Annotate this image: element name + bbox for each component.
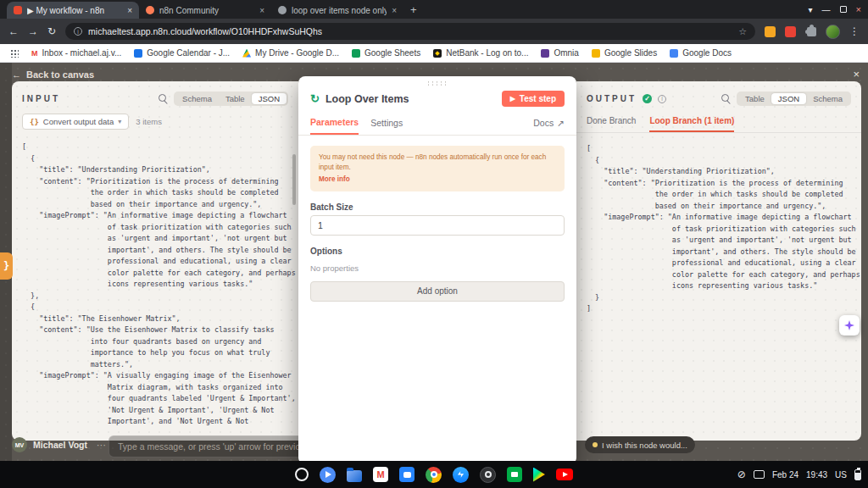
tab-title: n8n Community: [159, 6, 254, 15]
tab-parameters[interactable]: Parameters: [310, 117, 359, 135]
do-not-disturb-icon: ⊘: [737, 469, 746, 480]
json-drawer-handle[interactable]: }: [0, 252, 13, 280]
add-option-button[interactable]: Add option: [310, 281, 565, 302]
extension-icon-red[interactable]: [785, 26, 796, 37]
search-icon[interactable]: [721, 94, 731, 103]
output-view-switcher: Table JSON Schema: [737, 92, 851, 106]
n8n-workspace: ← Back to canvas × 102/1000 Executions U…: [0, 63, 868, 461]
bookmarks-bar: MInbox - michael.aj.v... Google Calendar…: [0, 44, 868, 63]
bookmark-omnia[interactable]: Omnia: [541, 48, 578, 58]
tab-schema[interactable]: Schema: [806, 93, 849, 104]
sheets-icon: [352, 49, 360, 58]
tab-json[interactable]: JSON: [771, 93, 806, 104]
user-more-icon[interactable]: ⋯: [97, 440, 106, 451]
input-panel: INPUT Schema Table JSON {} Convert outpu…: [12, 81, 298, 441]
extensions-puzzle-icon[interactable]: [807, 27, 816, 36]
maximize-icon[interactable]: [840, 6, 847, 13]
input-panel-subheader: {} Convert output data ▾ 3 items: [12, 111, 298, 130]
bookmark-calendar[interactable]: Google Calendar - J...: [134, 48, 230, 58]
bookmark-label: Google Slides: [604, 48, 657, 58]
ndv-close-icon[interactable]: ×: [853, 68, 860, 80]
meet-icon[interactable]: [507, 467, 522, 482]
bookmark-sheets[interactable]: Google Sheets: [352, 48, 420, 58]
input-scrollbar[interactable]: [292, 154, 296, 205]
play-store-icon[interactable]: [533, 468, 545, 482]
tab-json[interactable]: JSON: [252, 93, 287, 104]
docs-link[interactable]: Docs ↗: [533, 118, 565, 134]
gmail-icon[interactable]: M: [373, 467, 388, 482]
apps-grid-icon[interactable]: [10, 49, 19, 58]
bookmark-slides[interactable]: Google Slides: [592, 48, 657, 58]
camera-icon[interactable]: [480, 467, 496, 483]
back-arrow-icon: ←: [12, 69, 21, 80]
sparkle-icon: [844, 320, 854, 330]
tab-loop-branch[interactable]: Loop Branch (1 item): [649, 116, 734, 132]
youtube-icon[interactable]: [556, 469, 573, 480]
back-icon[interactable]: ←: [8, 25, 19, 37]
window-close-icon[interactable]: ×: [856, 4, 861, 14]
node-title: Loop Over Items: [326, 93, 496, 105]
address-bar[interactable]: i michaeltest.app.n8n.cloud/workflow/O10…: [65, 23, 755, 40]
status-tray[interactable]: ⊘ Feb 24 19:43 US: [737, 461, 861, 488]
tab-close-icon[interactable]: ×: [127, 6, 132, 15]
modal-tabs: Parameters Settings Docs ↗: [298, 114, 576, 136]
netbank-icon: [433, 49, 442, 58]
lightbulb-icon: [593, 442, 598, 447]
tab-table[interactable]: Table: [219, 93, 252, 104]
input-panel-header: INPUT Schema Table JSON: [12, 81, 298, 111]
screen: ▶ My workflow - n8n × n8n Community × lo…: [0, 0, 868, 488]
launcher-icon[interactable]: [295, 468, 309, 481]
bookmark-netbank[interactable]: NetBank - Log on to...: [433, 48, 528, 58]
bookmark-drive[interactable]: My Drive - Google D...: [242, 48, 339, 58]
docs-icon: [670, 49, 678, 58]
battery-icon: [854, 469, 861, 480]
more-info-link[interactable]: More info: [319, 175, 556, 185]
tab-done-branch[interactable]: Done Branch: [587, 116, 636, 132]
browser-menu-icon[interactable]: ⋮: [849, 25, 860, 37]
calendar-icon: [134, 49, 142, 58]
tab-n8n-community[interactable]: n8n Community ×: [139, 2, 271, 19]
community-favicon: [146, 6, 154, 14]
back-to-canvas-link[interactable]: ← Back to canvas: [12, 69, 94, 80]
tab-settings[interactable]: Settings: [370, 118, 403, 134]
tab-schema[interactable]: Schema: [175, 93, 219, 104]
batch-size-input[interactable]: [310, 215, 565, 236]
site-info-icon[interactable]: i: [74, 27, 82, 36]
slides-icon: [592, 49, 600, 58]
keyboard-layout: US: [835, 470, 847, 480]
user-menu[interactable]: MV Michael Vogt ⋯: [12, 437, 106, 452]
bookmark-star-icon[interactable]: ☆: [738, 26, 747, 37]
chrome-icon[interactable]: [426, 467, 442, 483]
test-step-button[interactable]: ▶ Test step: [502, 91, 565, 107]
tab-strip: ▶ My workflow - n8n × n8n Community × lo…: [0, 0, 868, 19]
success-check-icon: ✓: [643, 94, 652, 103]
forward-icon[interactable]: →: [28, 25, 38, 37]
node-feedback-button[interactable]: I wish this node would...: [585, 436, 695, 453]
profile-avatar[interactable]: [826, 25, 840, 39]
chat-app-icon[interactable]: [399, 467, 415, 482]
tab-my-workflow[interactable]: ▶ My workflow - n8n ×: [7, 2, 139, 19]
reload-icon[interactable]: ↻: [47, 25, 56, 37]
window-controls: ▾ — ×: [809, 0, 861, 19]
search-icon[interactable]: [159, 94, 168, 103]
tab-table[interactable]: Table: [738, 93, 771, 104]
tab-loop-over-items[interactable]: loop over items node only retu... ×: [271, 2, 403, 19]
tab-search-icon[interactable]: ▾: [809, 5, 813, 14]
ai-assistant-button[interactable]: [839, 315, 860, 336]
files-icon[interactable]: [347, 468, 362, 482]
messenger-icon[interactable]: [453, 467, 469, 483]
drag-handle-icon[interactable]: [426, 80, 448, 86]
extension-icon-orange[interactable]: [765, 26, 776, 37]
loop-node-icon: ↻: [310, 92, 320, 105]
loop-over-items-modal: ↻ Loop Over Items ▶ Test step Parameters…: [298, 76, 576, 461]
convert-output-data-dropdown[interactable]: {} Convert output data ▾: [22, 114, 129, 130]
minimize-icon[interactable]: —: [822, 5, 831, 14]
gmail-icon: M: [31, 49, 38, 58]
tab-close-icon[interactable]: ×: [259, 6, 264, 15]
bookmark-inbox[interactable]: MInbox - michael.aj.v...: [31, 48, 121, 58]
blue-app-icon[interactable]: [320, 467, 336, 483]
tab-close-icon[interactable]: ×: [392, 6, 397, 15]
bookmark-label: Google Sheets: [364, 48, 420, 58]
new-tab-button[interactable]: +: [410, 3, 417, 16]
bookmark-docs[interactable]: Google Docs: [670, 48, 732, 58]
